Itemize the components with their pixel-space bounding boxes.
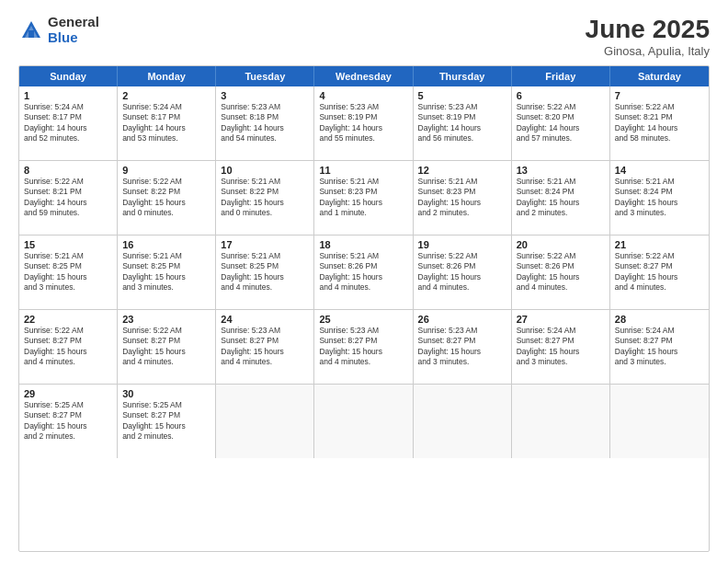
- header-day-sunday: Sunday: [19, 66, 118, 86]
- week-row-4: 22Sunrise: 5:22 AM Sunset: 8:27 PM Dayli…: [19, 310, 709, 385]
- day-number: 6: [517, 90, 605, 101]
- day-cell-29: 29Sunrise: 5:25 AM Sunset: 8:27 PM Dayli…: [19, 385, 118, 458]
- day-cell-25: 25Sunrise: 5:23 AM Sunset: 8:27 PM Dayli…: [314, 310, 413, 384]
- day-info: Sunrise: 5:22 AM Sunset: 8:21 PM Dayligh…: [615, 102, 704, 144]
- day-cell-13: 13Sunrise: 5:21 AM Sunset: 8:24 PM Dayli…: [512, 161, 610, 235]
- week-row-5: 29Sunrise: 5:25 AM Sunset: 8:27 PM Dayli…: [19, 385, 709, 458]
- day-number: 18: [319, 239, 407, 250]
- day-cell-19: 19Sunrise: 5:22 AM Sunset: 8:26 PM Dayli…: [414, 236, 512, 309]
- day-info: Sunrise: 5:23 AM Sunset: 8:27 PM Dayligh…: [221, 326, 309, 368]
- day-info: Sunrise: 5:24 AM Sunset: 8:27 PM Dayligh…: [615, 326, 704, 368]
- logo: General Blue: [18, 15, 99, 45]
- day-info: Sunrise: 5:21 AM Sunset: 8:23 PM Dayligh…: [418, 177, 506, 219]
- day-info: Sunrise: 5:21 AM Sunset: 8:25 PM Dayligh…: [221, 251, 309, 293]
- day-number: 22: [24, 314, 112, 325]
- day-cell-16: 16Sunrise: 5:21 AM Sunset: 8:25 PM Dayli…: [118, 236, 216, 309]
- day-cell-23: 23Sunrise: 5:22 AM Sunset: 8:27 PM Dayli…: [118, 310, 216, 384]
- day-number: 8: [24, 165, 112, 176]
- empty-cell: [216, 385, 314, 458]
- day-info: Sunrise: 5:21 AM Sunset: 8:24 PM Dayligh…: [517, 177, 605, 219]
- day-info: Sunrise: 5:22 AM Sunset: 8:21 PM Dayligh…: [24, 177, 112, 219]
- header-day-saturday: Saturday: [610, 66, 709, 86]
- empty-cell: [314, 385, 413, 458]
- day-number: 24: [221, 314, 309, 325]
- day-info: Sunrise: 5:22 AM Sunset: 8:20 PM Dayligh…: [517, 102, 605, 144]
- day-number: 27: [517, 314, 605, 325]
- day-number: 5: [418, 90, 506, 101]
- day-cell-3: 3Sunrise: 5:23 AM Sunset: 8:18 PM Daylig…: [216, 86, 314, 160]
- day-info: Sunrise: 5:22 AM Sunset: 8:26 PM Dayligh…: [418, 251, 506, 293]
- header-day-monday: Monday: [118, 66, 216, 86]
- header-day-thursday: Thursday: [414, 66, 512, 86]
- day-info: Sunrise: 5:22 AM Sunset: 8:27 PM Dayligh…: [122, 326, 210, 368]
- header-day-wednesday: Wednesday: [314, 66, 413, 86]
- day-info: Sunrise: 5:23 AM Sunset: 8:27 PM Dayligh…: [319, 326, 407, 368]
- day-cell-8: 8Sunrise: 5:22 AM Sunset: 8:21 PM Daylig…: [19, 161, 118, 235]
- day-cell-30: 30Sunrise: 5:25 AM Sunset: 8:27 PM Dayli…: [118, 385, 216, 458]
- day-number: 20: [517, 239, 605, 250]
- day-info: Sunrise: 5:22 AM Sunset: 8:27 PM Dayligh…: [24, 326, 112, 368]
- logo-text: General Blue: [48, 15, 99, 45]
- day-number: 23: [122, 314, 210, 325]
- day-info: Sunrise: 5:23 AM Sunset: 8:19 PM Dayligh…: [418, 102, 506, 144]
- day-number: 12: [418, 165, 506, 176]
- day-cell-22: 22Sunrise: 5:22 AM Sunset: 8:27 PM Dayli…: [19, 310, 118, 384]
- day-number: 19: [418, 239, 506, 250]
- week-row-3: 15Sunrise: 5:21 AM Sunset: 8:25 PM Dayli…: [19, 236, 709, 310]
- day-number: 16: [122, 239, 210, 250]
- month-title: June 2025: [586, 15, 710, 44]
- day-cell-20: 20Sunrise: 5:22 AM Sunset: 8:26 PM Dayli…: [512, 236, 610, 309]
- title-block: June 2025 Ginosa, Apulia, Italy: [586, 15, 710, 58]
- day-info: Sunrise: 5:22 AM Sunset: 8:22 PM Dayligh…: [122, 177, 210, 219]
- day-number: 29: [24, 388, 112, 399]
- day-number: 9: [122, 165, 210, 176]
- day-info: Sunrise: 5:21 AM Sunset: 8:22 PM Dayligh…: [221, 177, 309, 219]
- day-info: Sunrise: 5:24 AM Sunset: 8:17 PM Dayligh…: [24, 102, 112, 144]
- day-cell-15: 15Sunrise: 5:21 AM Sunset: 8:25 PM Dayli…: [19, 236, 118, 309]
- empty-cell: [512, 385, 610, 458]
- day-info: Sunrise: 5:22 AM Sunset: 8:26 PM Dayligh…: [517, 251, 605, 293]
- empty-cell: [414, 385, 512, 458]
- header-day-tuesday: Tuesday: [216, 66, 314, 86]
- day-cell-27: 27Sunrise: 5:24 AM Sunset: 8:27 PM Dayli…: [512, 310, 610, 384]
- day-number: 3: [221, 90, 309, 101]
- day-cell-17: 17Sunrise: 5:21 AM Sunset: 8:25 PM Dayli…: [216, 236, 314, 309]
- logo-general-text: General: [48, 15, 99, 30]
- day-number: 10: [221, 165, 309, 176]
- day-cell-24: 24Sunrise: 5:23 AM Sunset: 8:27 PM Dayli…: [216, 310, 314, 384]
- logo-icon: [18, 17, 44, 43]
- svg-rect-2: [28, 30, 34, 38]
- day-number: 17: [221, 239, 309, 250]
- empty-cell: [610, 385, 709, 458]
- day-cell-28: 28Sunrise: 5:24 AM Sunset: 8:27 PM Dayli…: [610, 310, 709, 384]
- day-number: 28: [615, 314, 704, 325]
- day-cell-12: 12Sunrise: 5:21 AM Sunset: 8:23 PM Dayli…: [414, 161, 512, 235]
- day-info: Sunrise: 5:21 AM Sunset: 8:24 PM Dayligh…: [615, 177, 704, 219]
- day-info: Sunrise: 5:23 AM Sunset: 8:27 PM Dayligh…: [418, 326, 506, 368]
- day-number: 15: [24, 239, 112, 250]
- day-number: 1: [24, 90, 112, 101]
- day-info: Sunrise: 5:24 AM Sunset: 8:27 PM Dayligh…: [517, 326, 605, 368]
- header: General Blue June 2025 Ginosa, Apulia, I…: [18, 15, 710, 58]
- day-cell-1: 1Sunrise: 5:24 AM Sunset: 8:17 PM Daylig…: [19, 86, 118, 160]
- calendar-header: SundayMondayTuesdayWednesdayThursdayFrid…: [19, 66, 709, 86]
- day-cell-26: 26Sunrise: 5:23 AM Sunset: 8:27 PM Dayli…: [414, 310, 512, 384]
- day-info: Sunrise: 5:23 AM Sunset: 8:18 PM Dayligh…: [221, 102, 309, 144]
- day-info: Sunrise: 5:21 AM Sunset: 8:26 PM Dayligh…: [319, 251, 407, 293]
- day-number: 2: [122, 90, 210, 101]
- day-info: Sunrise: 5:22 AM Sunset: 8:27 PM Dayligh…: [615, 251, 704, 293]
- day-info: Sunrise: 5:24 AM Sunset: 8:17 PM Dayligh…: [122, 102, 210, 144]
- day-number: 11: [319, 165, 407, 176]
- day-info: Sunrise: 5:25 AM Sunset: 8:27 PM Dayligh…: [122, 400, 210, 442]
- day-info: Sunrise: 5:23 AM Sunset: 8:19 PM Dayligh…: [319, 102, 407, 144]
- day-cell-7: 7Sunrise: 5:22 AM Sunset: 8:21 PM Daylig…: [610, 86, 709, 160]
- day-number: 13: [517, 165, 605, 176]
- location: Ginosa, Apulia, Italy: [586, 44, 710, 58]
- day-cell-14: 14Sunrise: 5:21 AM Sunset: 8:24 PM Dayli…: [610, 161, 709, 235]
- calendar-body: 1Sunrise: 5:24 AM Sunset: 8:17 PM Daylig…: [19, 86, 709, 458]
- day-number: 26: [418, 314, 506, 325]
- week-row-1: 1Sunrise: 5:24 AM Sunset: 8:17 PM Daylig…: [19, 86, 709, 161]
- calendar: SundayMondayTuesdayWednesdayThursdayFrid…: [18, 65, 710, 552]
- header-day-friday: Friday: [512, 66, 610, 86]
- day-cell-11: 11Sunrise: 5:21 AM Sunset: 8:23 PM Dayli…: [314, 161, 413, 235]
